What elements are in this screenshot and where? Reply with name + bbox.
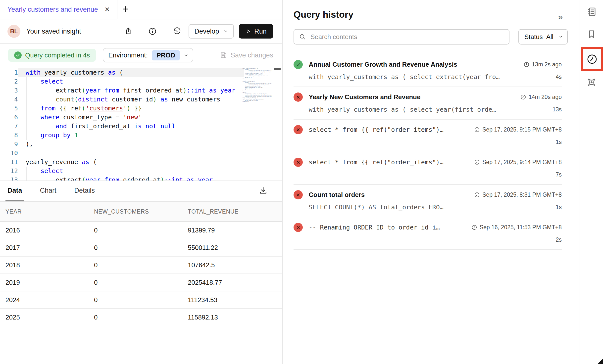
query-history-item[interactable]: -- Renaming ORDER_ID to order_id i… Sep …	[294, 217, 562, 250]
code-token	[217, 87, 220, 94]
table-row[interactable]: 2025 0 115892.13	[0, 309, 282, 326]
bookmark-icon	[587, 29, 597, 39]
line-number: 12	[0, 167, 18, 176]
query-history-item[interactable]: Count total orders Sep 17, 2025, 8:31 PM…	[294, 185, 562, 217]
collapse-panel-icon[interactable]: »	[558, 12, 563, 22]
code-line[interactable]: 9),	[0, 140, 244, 149]
code-line[interactable]: 12 select	[0, 167, 244, 176]
info-button[interactable]	[148, 27, 157, 36]
code-line[interactable]: 3 extract(year from first_ordered_at)::i…	[0, 86, 244, 95]
cell-year: 2025	[0, 314, 94, 321]
editor-scrollbar[interactable]	[274, 67, 281, 181]
code-line[interactable]: 6 where customer_type = 'new'	[0, 113, 244, 122]
column-header-year[interactable]: YEAR	[0, 208, 94, 215]
code-line[interactable]: 13 extract(year from ordered_at)::int as…	[0, 176, 244, 181]
environment-selector[interactable]: Environment: PROD	[103, 48, 193, 62]
code-line[interactable]: 1with yearly_customers as (	[0, 68, 244, 77]
code-token: yearly_customers	[41, 69, 108, 76]
environment-label: Environment:	[108, 51, 148, 59]
code-token: as	[209, 87, 217, 94]
notebook-panel-button[interactable]	[586, 6, 597, 18]
code-token: '	[123, 105, 127, 112]
code-line[interactable]: 10	[0, 149, 244, 158]
cell-total-revenue: 107642.5	[188, 261, 282, 269]
code-token: first_ordered_at	[119, 87, 183, 94]
page-title: Query history	[294, 9, 353, 20]
cell-year: 2017	[0, 244, 94, 252]
code-token: '	[86, 105, 89, 112]
query-history-item[interactable]: Yearly New Customers and Revenue 14m 20s…	[294, 87, 562, 120]
tab-data[interactable]: Data	[5, 181, 24, 201]
table-row[interactable]: 2024 0 111234.53	[0, 291, 282, 309]
query-duration: 1s	[556, 204, 562, 211]
code-token: as	[82, 158, 89, 166]
error-status-icon	[294, 125, 303, 134]
search-input[interactable]	[310, 33, 504, 41]
bookmarks-panel-button[interactable]	[587, 29, 597, 40]
sql-editor[interactable]: 1with yearly_customers as (2 select3 ext…	[0, 67, 282, 181]
code-line[interactable]: 5 from {{ ref('customers') }}	[0, 104, 244, 113]
query-history-panel-button[interactable]	[586, 53, 598, 65]
table-row[interactable]: 2019 0 2025418.77	[0, 274, 282, 291]
column-header-total-revenue[interactable]: TOTAL_REVENUE	[188, 208, 282, 215]
editor-minimap[interactable]: with yearly_customers as ( select extrac…	[243, 68, 272, 102]
scrollbar-thumb[interactable]	[274, 68, 281, 70]
query-code-preview: with yearly_customers as ( select extrac…	[309, 73, 500, 81]
code-area[interactable]: 1with yearly_customers as (2 select3 ext…	[0, 68, 244, 181]
tab-chart[interactable]: Chart	[38, 181, 58, 201]
code-line[interactable]: 11yearly_revenue as (	[0, 158, 244, 167]
query-duration: 13s	[553, 106, 562, 113]
code-token: from	[104, 176, 119, 181]
code-line[interactable]: 8 group by 1	[0, 131, 244, 140]
code-token	[26, 167, 41, 175]
download-results-button[interactable]	[259, 186, 268, 196]
query-title: Count total orders	[309, 191, 365, 199]
code-token: customers	[89, 105, 123, 112]
code-token: customer_id	[108, 96, 153, 103]
avatar[interactable]: BL	[7, 25, 20, 38]
code-line[interactable]: 2 select	[0, 77, 244, 86]
new-tab-button[interactable]: +	[117, 0, 129, 19]
cell-total-revenue: 115892.13	[188, 314, 282, 321]
query-history-item[interactable]: Annual Customer Growth and Revenue Analy…	[294, 54, 562, 87]
line-number: 10	[0, 149, 18, 158]
save-changes-button[interactable]: Save changes	[220, 51, 273, 59]
query-history-controls: Status All	[283, 29, 580, 45]
code-token	[26, 114, 41, 121]
share-button[interactable]	[124, 27, 132, 35]
column-header-new-customers[interactable]: NEW_CUSTOMERS	[94, 208, 188, 215]
run-button[interactable]: Run	[239, 24, 273, 39]
close-tab-icon[interactable]: ✕	[104, 6, 110, 13]
table-row[interactable]: 2017 0 550011.22	[0, 239, 282, 257]
status-filter-dropdown[interactable]: Status All	[518, 29, 568, 45]
code-token: extract	[26, 176, 82, 181]
cell-new-customers: 0	[94, 244, 188, 252]
code-line[interactable]: 4 count(distinct customer_id) as new_cus…	[0, 95, 244, 104]
search-box[interactable]	[294, 29, 509, 45]
explore-panel-button[interactable]	[586, 77, 597, 89]
play-icon	[245, 29, 251, 34]
query-title: Yearly New Customers and Revenue	[309, 93, 420, 101]
code-line[interactable]: 7 and first_ordered_at is not null	[0, 122, 244, 131]
code-token: year	[198, 176, 213, 181]
code-token: )	[127, 105, 130, 112]
run-label: Run	[254, 28, 267, 35]
query-title: -- Renaming ORDER_ID to order_id i…	[309, 224, 440, 231]
line-number: 8	[0, 131, 18, 140]
clock-icon	[471, 225, 477, 230]
code-token	[142, 123, 146, 130]
develop-dropdown[interactable]: Develop	[189, 24, 234, 39]
query-history-item[interactable]: select * from {{ ref("order_items")… Sep…	[294, 152, 562, 185]
version-history-button[interactable]	[173, 27, 181, 36]
line-number: 2	[0, 77, 18, 86]
query-history-item[interactable]: select * from {{ ref("order_items")… Sep…	[294, 120, 562, 152]
line-number: 3	[0, 86, 18, 95]
tab-details[interactable]: Details	[72, 181, 97, 201]
indent-guide	[41, 122, 41, 131]
table-row[interactable]: 2016 0 91399.79	[0, 222, 282, 239]
cell-year: 2018	[0, 261, 94, 269]
code-token: )	[183, 87, 187, 94]
code-token: is	[134, 123, 142, 130]
table-row[interactable]: 2018 0 107642.5	[0, 257, 282, 274]
tab-yearly-customers[interactable]: Yearly customers and revenue ✕	[0, 0, 117, 19]
